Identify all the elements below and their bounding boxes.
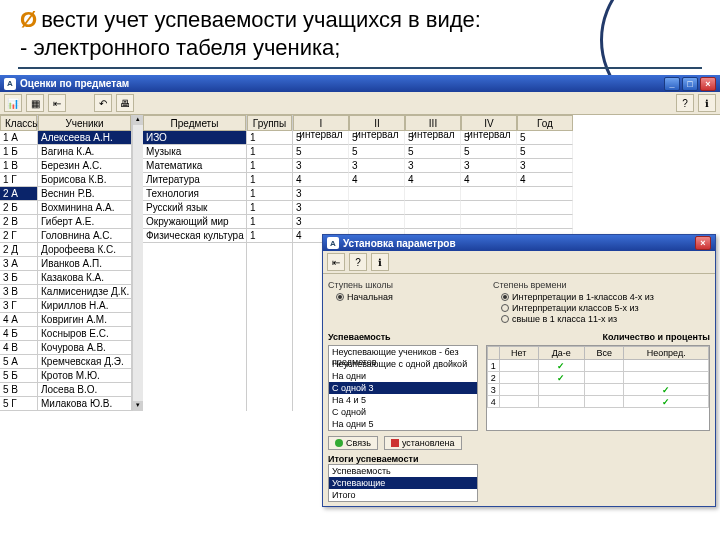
- student-cell[interactable]: Кремчевская Д.Э.: [38, 355, 131, 369]
- student-cell[interactable]: Гиберт А.Е.: [38, 215, 131, 229]
- exit-icon[interactable]: ⇤: [48, 94, 66, 112]
- subject-cell[interactable]: Окружающий мир: [143, 215, 246, 229]
- subject-cell[interactable]: Русский язык: [143, 201, 246, 215]
- class-cell[interactable]: 5 А: [0, 355, 37, 369]
- info-icon[interactable]: ℹ: [698, 94, 716, 112]
- class-cell[interactable]: 1 А: [0, 131, 37, 145]
- dialog-exit-icon[interactable]: ⇤: [327, 253, 345, 271]
- time-option[interactable]: свыше в 1 класса 11-х из: [501, 314, 710, 324]
- totals-list[interactable]: УспеваемостьУспевающиеИтого: [328, 464, 478, 502]
- class-cell[interactable]: 3 А: [0, 257, 37, 271]
- student-cell[interactable]: Березин А.С.: [38, 159, 131, 173]
- close-button[interactable]: ×: [700, 77, 716, 91]
- dialog-help-icon[interactable]: ?: [349, 253, 367, 271]
- student-cell[interactable]: Дорофеева К.С.: [38, 243, 131, 257]
- student-cell[interactable]: Калмисенидзе Д.К.: [38, 285, 131, 299]
- time-option[interactable]: Интерпретации в 1-классов 4-х из: [501, 292, 710, 302]
- group-cell[interactable]: 1: [247, 173, 292, 187]
- progress-list[interactable]: Неуспевающие учеников - без предметовНеу…: [328, 345, 478, 431]
- class-cell[interactable]: 1 В: [0, 159, 37, 173]
- count-cell[interactable]: [585, 360, 624, 372]
- group-cell[interactable]: 1: [247, 201, 292, 215]
- progress-item[interactable]: На 4 и 5: [329, 394, 477, 406]
- group-cell[interactable]: 1: [247, 145, 292, 159]
- grade-cell[interactable]: 3: [349, 159, 405, 173]
- class-cell[interactable]: 1 Г: [0, 173, 37, 187]
- students-scrollbar[interactable]: ▴▾: [132, 115, 143, 411]
- count-cell[interactable]: [585, 384, 624, 396]
- minimize-button[interactable]: _: [664, 77, 680, 91]
- time-option[interactable]: Интерпретации классов 5-х из: [501, 303, 710, 313]
- grade-cell[interactable]: [461, 187, 517, 201]
- student-cell[interactable]: Веснин Р.В.: [38, 187, 131, 201]
- totals-item[interactable]: Итого: [329, 489, 477, 501]
- count-cell[interactable]: [624, 372, 709, 384]
- group-cell[interactable]: 1: [247, 159, 292, 173]
- class-cell[interactable]: 4 А: [0, 313, 37, 327]
- grade-cell[interactable]: 5: [349, 131, 405, 145]
- totals-item[interactable]: Успеваемость: [329, 465, 477, 477]
- undo-icon[interactable]: ↶: [94, 94, 112, 112]
- count-cell[interactable]: ✓: [624, 396, 709, 408]
- subject-cell[interactable]: ИЗО: [143, 131, 246, 145]
- count-cell[interactable]: ✓: [538, 372, 584, 384]
- grade-cell[interactable]: [349, 201, 405, 215]
- class-cell[interactable]: 2 Б: [0, 201, 37, 215]
- class-cell[interactable]: 2 В: [0, 215, 37, 229]
- grade-cell[interactable]: 3: [293, 187, 349, 201]
- grade-cell[interactable]: [405, 201, 461, 215]
- student-cell[interactable]: Вохминина А.А.: [38, 201, 131, 215]
- grade-cell[interactable]: 5: [293, 145, 349, 159]
- grade-cell[interactable]: 5: [461, 131, 517, 145]
- grade-cell[interactable]: 4: [461, 173, 517, 187]
- class-cell[interactable]: 5 В: [0, 383, 37, 397]
- progress-item[interactable]: Неуспевающие с одной двойкой: [329, 358, 477, 370]
- grade-cell[interactable]: 5: [517, 145, 573, 159]
- count-cell[interactable]: [624, 360, 709, 372]
- print-icon[interactable]: 🖶: [116, 94, 134, 112]
- count-cell[interactable]: ✓: [538, 360, 584, 372]
- class-cell[interactable]: 3 Б: [0, 271, 37, 285]
- student-cell[interactable]: Кириллов Н.А.: [38, 299, 131, 313]
- grade-cell[interactable]: 3: [293, 215, 349, 229]
- school-option[interactable]: Начальная: [336, 292, 483, 302]
- count-cell[interactable]: [499, 396, 538, 408]
- count-cell[interactable]: [585, 396, 624, 408]
- student-cell[interactable]: Казакова К.А.: [38, 271, 131, 285]
- dialog-info-icon[interactable]: ℹ: [371, 253, 389, 271]
- count-cell[interactable]: [499, 360, 538, 372]
- subject-cell[interactable]: Физическая культура: [143, 229, 246, 243]
- student-cell[interactable]: Милакова Ю.В.: [38, 397, 131, 411]
- grade-cell[interactable]: 3: [293, 201, 349, 215]
- class-cell[interactable]: 1 Б: [0, 145, 37, 159]
- grid-icon[interactable]: ▦: [26, 94, 44, 112]
- grade-cell[interactable]: 5: [461, 145, 517, 159]
- group-cell[interactable]: 1: [247, 215, 292, 229]
- class-cell[interactable]: 5 Г: [0, 397, 37, 411]
- class-cell[interactable]: 3 Г: [0, 299, 37, 313]
- student-cell[interactable]: Вагина К.А.: [38, 145, 131, 159]
- progress-item[interactable]: Неуспевающие учеников - без предметов: [329, 346, 477, 358]
- student-cell[interactable]: Косныров Е.С.: [38, 327, 131, 341]
- progress-item[interactable]: На одни: [329, 370, 477, 382]
- class-cell[interactable]: 3 В: [0, 285, 37, 299]
- count-cell[interactable]: [585, 372, 624, 384]
- grade-cell[interactable]: 5: [349, 145, 405, 159]
- set-button[interactable]: установлена: [384, 436, 462, 450]
- group-cell[interactable]: 1: [247, 131, 292, 145]
- student-cell[interactable]: Кочурова А.В.: [38, 341, 131, 355]
- count-cell[interactable]: [499, 372, 538, 384]
- class-cell[interactable]: 4 В: [0, 341, 37, 355]
- totals-item[interactable]: Успевающие: [329, 477, 477, 489]
- student-cell[interactable]: Ковригин А.М.: [38, 313, 131, 327]
- dialog-close-button[interactable]: ×: [695, 236, 711, 250]
- count-cell[interactable]: [538, 384, 584, 396]
- student-cell[interactable]: Алексеева А.Н.: [38, 131, 131, 145]
- help-icon[interactable]: ?: [676, 94, 694, 112]
- grade-cell[interactable]: [461, 215, 517, 229]
- class-cell[interactable]: 5 Б: [0, 369, 37, 383]
- grade-cell[interactable]: 3: [461, 159, 517, 173]
- grade-cell[interactable]: 4: [349, 173, 405, 187]
- count-cell[interactable]: [538, 396, 584, 408]
- grade-cell[interactable]: 4: [517, 173, 573, 187]
